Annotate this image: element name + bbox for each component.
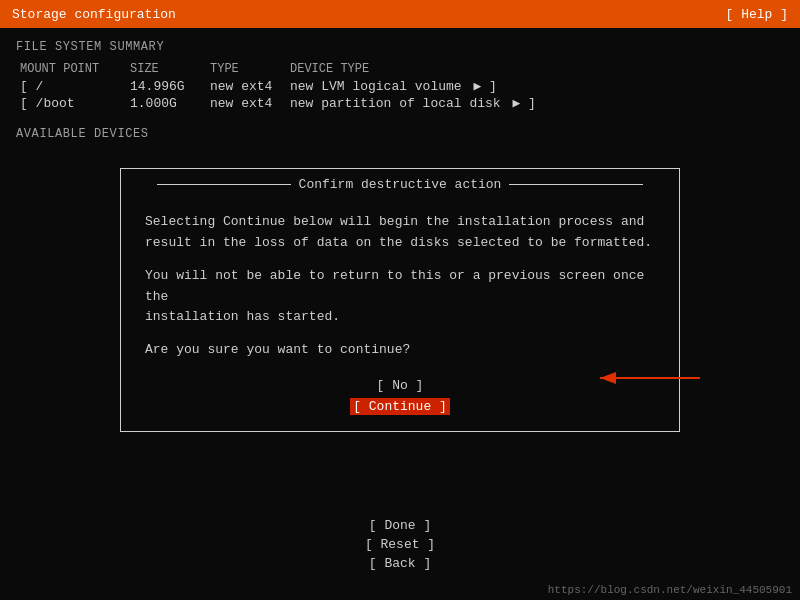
dialog-body: Selecting Continue below will begin the … [121,192,679,431]
watermark: https://blog.csdn.net/weixin_44505901 [548,584,792,596]
reset-button[interactable]: [ Reset ] [350,536,450,553]
confirm-dialog: Confirm destructive action Selecting Con… [120,168,680,432]
back-button[interactable]: [ Back ] [350,555,450,572]
dialog-title: Confirm destructive action [291,177,510,192]
bottom-buttons: [ Done ] [ Reset ] [ Back ] [0,517,800,572]
title-right-line [509,184,643,185]
dialog-overlay: Confirm destructive action Selecting Con… [0,0,800,600]
no-button[interactable]: [ No ] [350,377,450,394]
continue-button[interactable]: [ Continue ] [350,398,450,415]
dialog-text-3: Are you sure you want to continue? [145,340,655,361]
dialog-text-1: Selecting Continue below will begin the … [145,212,655,254]
dialog-title-line: Confirm destructive action [157,177,643,192]
dialog-buttons: [ No ] [ Continue ] [145,377,655,415]
title-left-line [157,184,291,185]
done-button[interactable]: [ Done ] [350,517,450,534]
dialog-title-container: Confirm destructive action [121,169,679,192]
dialog-text-2: You will not be able to return to this o… [145,266,655,328]
